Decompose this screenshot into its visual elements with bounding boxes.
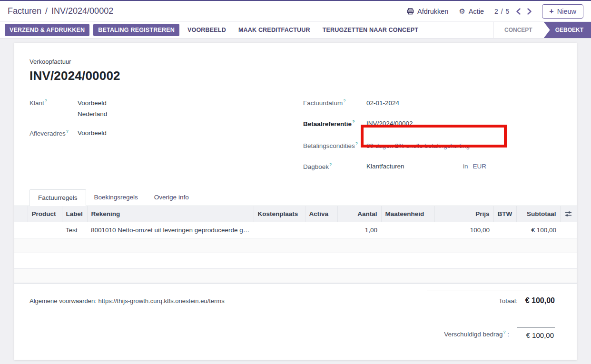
window-accent-line <box>0 0 591 1</box>
action-menu-button[interactable]: ⚙ Actie <box>459 8 484 15</box>
breadcrumb: Facturen / INV/2024/00002 <box>8 6 113 16</box>
amount-due-row: Verschuldigd bedrag? : € 100,00 <box>427 327 555 339</box>
field-klant: Klant? Voorbeeld Nederland <box>30 96 288 119</box>
cell-prijs[interactable]: 100,00 <box>434 222 493 238</box>
field-factuurdatum: Factuurdatum? 02-01-2024 <box>303 96 561 108</box>
state-concept[interactable]: CONCEPT <box>494 22 544 38</box>
total-row: Totaal: € 100,00 <box>427 296 555 305</box>
klant-country: Nederland <box>78 108 107 119</box>
state-geboekt-active[interactable]: GEBOEKT <box>544 22 591 38</box>
field-betalingscondities: Betalingscondities? 30 dagen 2% snelle b… <box>303 139 561 151</box>
klant-label: Klant? <box>30 96 78 108</box>
dagboek-currency[interactable]: EUR <box>473 162 487 171</box>
column-subtotaal[interactable]: Subtotaal <box>516 206 560 222</box>
new-label: Nieuw <box>557 8 576 15</box>
column-btw[interactable]: BTW <box>493 206 516 222</box>
column-handle <box>14 206 28 222</box>
pager-next-button[interactable] <box>527 8 532 15</box>
factuurdatum-help-icon: ? <box>343 98 345 103</box>
total-value: € 100,00 <box>525 296 555 305</box>
empty-row <box>14 238 577 253</box>
klant-value[interactable]: Voorbeeld Nederland <box>78 98 107 119</box>
afleveradres-value[interactable]: Voorbeeld <box>78 128 107 138</box>
betalingscondities-help-icon: ? <box>355 141 358 146</box>
factuurdatum-value[interactable]: 02-01-2024 <box>366 98 399 108</box>
invoice-line-row[interactable]: Test 8001010 Netto-omzet uit leveringen … <box>14 222 577 238</box>
tab-overige-info[interactable]: Overige info <box>146 189 197 206</box>
breadcrumb-parent[interactable]: Facturen <box>8 6 41 16</box>
table-header-row: Product Label Rekening Kostenplaats Acti… <box>14 206 577 222</box>
invoice-form-sheet: Verkoopfactuur INV/2024/00002 Klant? Voo… <box>14 43 577 360</box>
state-widget: CONCEPT GEBOEKT <box>493 22 591 38</box>
column-prijs[interactable]: Prijs <box>434 206 493 222</box>
cell-handle <box>14 222 28 238</box>
betaalreferentie-label: Betaalreferentie? <box>303 117 366 129</box>
field-grid: Klant? Voorbeeld Nederland Afleveradres?… <box>30 96 561 178</box>
total-label: Totaal: <box>499 297 518 305</box>
dagboek-label: Dagboek? <box>303 160 366 172</box>
cell-maateenheid[interactable] <box>381 222 434 238</box>
optional-columns-button[interactable] <box>560 206 577 222</box>
printer-icon <box>407 8 414 15</box>
dagboek-value[interactable]: Klantfacturen <box>366 162 463 171</box>
betaalreferentie-value[interactable]: INV/2024/00002 <box>366 119 413 128</box>
print-button[interactable]: Afdrukken <box>407 8 448 15</box>
cell-aantal[interactable]: 1,00 <box>337 222 381 238</box>
register-payment-button[interactable]: BETALING REGISTREREN <box>93 24 179 36</box>
cell-activa[interactable] <box>305 222 337 238</box>
totals-divider <box>427 291 555 291</box>
preview-button[interactable]: VOORBEELD <box>183 24 230 36</box>
tab-boekingsregels[interactable]: Boekingsregels <box>86 189 146 206</box>
empty-row <box>14 253 577 269</box>
document-type-label: Verkoopfactuur <box>30 58 561 65</box>
cell-subtotaal[interactable]: € 100,00 <box>516 222 560 238</box>
pager-previous-button[interactable] <box>516 8 521 15</box>
notebook-tabs: Factuurregels Boekingsregels Overige inf… <box>14 189 577 206</box>
sheet-footer: Algemene voorwaarden: https://thijs-grow… <box>14 284 577 339</box>
pager-count: 2 / 5 <box>494 8 510 15</box>
statusbar-buttons: VERZEND & AFDRUKKEN BETALING REGISTREREN… <box>0 22 427 38</box>
betaalreferentie-help-icon: ? <box>352 119 355 124</box>
field-afleveradres: Afleveradres? Voorbeeld <box>30 127 288 138</box>
reset-to-draft-button[interactable]: TERUGZETTEN NAAR CONCEPT <box>318 24 423 36</box>
cell-label[interactable]: Test <box>62 222 87 238</box>
column-label[interactable]: Label <box>62 206 87 222</box>
send-and-print-button[interactable]: VERZEND & AFDRUKKEN <box>5 24 89 36</box>
field-column-left: Klant? Voorbeeld Nederland Afleveradres?… <box>30 96 288 178</box>
field-column-right: Factuurdatum? 02-01-2024 Betaalreferenti… <box>303 96 561 178</box>
invoice-number: INV/2024/00002 <box>30 69 561 83</box>
dagboek-in-label: in <box>463 162 468 171</box>
klant-name[interactable]: Voorbeeld <box>78 98 107 108</box>
column-product[interactable]: Product <box>28 206 62 222</box>
terms-and-conditions: Algemene voorwaarden: https://thijs-grow… <box>30 297 225 339</box>
cell-rekening[interactable]: 8001010 Netto-omzet uit leveringen gepro… <box>87 222 254 238</box>
control-panel: Facturen / INV/2024/00002 Afdrukken ⚙ Ac… <box>0 1 591 22</box>
control-panel-actions: Afdrukken ⚙ Actie 2 / 5 + Nieuw <box>407 4 583 19</box>
afleveradres-help-icon: ? <box>66 129 69 134</box>
credit-note-button[interactable]: MAAK CREDITFACTUUR <box>234 24 315 36</box>
cell-btw[interactable] <box>493 222 516 238</box>
betalingscondities-value[interactable]: 30 dagen 2% snelle betalingskorting <box>366 141 470 151</box>
column-kostenplaats[interactable]: Kostenplaats <box>254 206 305 222</box>
action-label: Actie <box>469 8 484 15</box>
cell-kostenplaats[interactable] <box>254 222 305 238</box>
column-maateenheid[interactable]: Maateenheid <box>381 206 434 222</box>
breadcrumb-current: INV/2024/00002 <box>51 6 113 16</box>
column-aantal[interactable]: Aantal <box>337 206 381 222</box>
totals-block: Totaal: € 100,00 Verschuldigd bedrag? : … <box>427 287 555 339</box>
empty-row <box>14 269 577 284</box>
amount-due-label: Verschuldigd bedrag? : <box>444 330 509 340</box>
tab-factuurregels[interactable]: Factuurregels <box>30 189 86 206</box>
amount-due-help-icon: ? <box>503 330 505 334</box>
dagboek-help-icon: ? <box>329 162 332 167</box>
factuurdatum-label: Factuurdatum? <box>303 96 366 108</box>
plus-icon: + <box>549 8 553 15</box>
betalingscondities-label: Betalingscondities? <box>303 139 366 151</box>
column-rekening[interactable]: Rekening <box>87 206 254 222</box>
new-record-button[interactable]: + Nieuw <box>542 4 583 19</box>
column-activa[interactable]: Activa <box>305 206 337 222</box>
amount-due-value: € 100,00 <box>517 327 555 339</box>
gear-icon: ⚙ <box>459 8 465 15</box>
print-label: Afdrukken <box>417 8 448 15</box>
cell-product[interactable] <box>28 222 62 238</box>
